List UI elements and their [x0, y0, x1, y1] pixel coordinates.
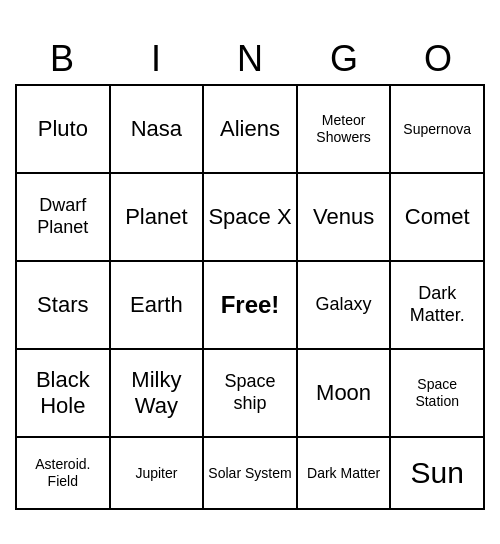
bingo-grid: PlutoNasaAliensMeteor ShowersSupernovaDw…: [15, 84, 485, 510]
bingo-cell: Black Hole: [17, 350, 111, 438]
cell-text: Space X: [208, 204, 291, 230]
bingo-cell: Milky Way: [111, 350, 205, 438]
cell-text: Nasa: [131, 116, 182, 142]
cell-text: Supernova: [403, 121, 471, 138]
cell-text: Jupiter: [135, 465, 177, 482]
bingo-cell: Aliens: [204, 86, 298, 174]
bingo-cell: Meteor Showers: [298, 86, 392, 174]
cell-text: Galaxy: [316, 294, 372, 316]
cell-text: Milky Way: [115, 367, 199, 420]
cell-text: Earth: [130, 292, 183, 318]
bingo-cell: Galaxy: [298, 262, 392, 350]
cell-text: Aliens: [220, 116, 280, 142]
bingo-cell: Jupiter: [111, 438, 205, 510]
cell-text: Moon: [316, 380, 371, 406]
header-letter: B: [15, 34, 109, 84]
bingo-cell: Moon: [298, 350, 392, 438]
bingo-cell: Earth: [111, 262, 205, 350]
bingo-cell: Dwarf Planet: [17, 174, 111, 262]
bingo-cell: Space X: [204, 174, 298, 262]
bingo-card: BINGO PlutoNasaAliensMeteor ShowersSuper…: [15, 34, 485, 510]
cell-text: Black Hole: [21, 367, 105, 420]
header-letter: I: [109, 34, 203, 84]
bingo-cell: Solar System: [204, 438, 298, 510]
cell-text: Free!: [221, 291, 280, 320]
bingo-cell: Sun: [391, 438, 485, 510]
cell-text: Dwarf Planet: [21, 195, 105, 238]
cell-text: Pluto: [38, 116, 88, 142]
cell-text: Space ship: [208, 371, 292, 414]
cell-text: Dark Matter: [307, 465, 380, 482]
cell-text: Venus: [313, 204, 374, 230]
bingo-cell: Comet: [391, 174, 485, 262]
bingo-cell: Dark Matter.: [391, 262, 485, 350]
cell-text: Meteor Showers: [302, 112, 386, 146]
cell-text: Solar System: [208, 465, 291, 482]
cell-text: Planet: [125, 204, 187, 230]
bingo-cell: Space ship: [204, 350, 298, 438]
bingo-cell: Supernova: [391, 86, 485, 174]
bingo-cell: Space Station: [391, 350, 485, 438]
cell-text: Asteroid. Field: [21, 456, 105, 490]
bingo-cell: Venus: [298, 174, 392, 262]
bingo-cell: Asteroid. Field: [17, 438, 111, 510]
header-letter: O: [391, 34, 485, 84]
bingo-cell: Pluto: [17, 86, 111, 174]
header-letter: G: [297, 34, 391, 84]
bingo-cell: Free!: [204, 262, 298, 350]
bingo-cell: Stars: [17, 262, 111, 350]
bingo-cell: Dark Matter: [298, 438, 392, 510]
header-letter: N: [203, 34, 297, 84]
bingo-cell: Planet: [111, 174, 205, 262]
cell-text: Space Station: [395, 376, 479, 410]
bingo-header: BINGO: [15, 34, 485, 84]
cell-text: Comet: [405, 204, 470, 230]
bingo-cell: Nasa: [111, 86, 205, 174]
cell-text: Dark Matter.: [395, 283, 479, 326]
cell-text: Stars: [37, 292, 88, 318]
cell-text: Sun: [410, 455, 463, 491]
